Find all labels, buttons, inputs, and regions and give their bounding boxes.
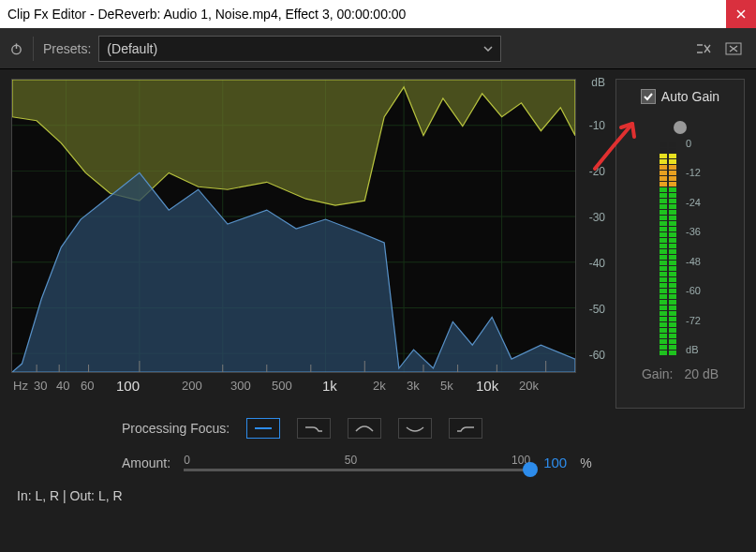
output-spectrum bbox=[12, 172, 575, 372]
focus-label: Processing Focus: bbox=[122, 421, 230, 436]
close-panel-button[interactable] bbox=[720, 37, 747, 60]
focus-highpass[interactable] bbox=[449, 418, 482, 439]
chevron-down-icon bbox=[483, 46, 493, 52]
spectrum-display[interactable]: dB -10 -20 -30 -40 -50 -60 bbox=[11, 79, 576, 373]
gain-panel: Auto Gain 0 -12 -24 -36 -48 -60 -72 dB G… bbox=[615, 79, 745, 409]
amount-slider[interactable] bbox=[184, 469, 530, 471]
x-box-icon bbox=[725, 42, 742, 55]
preset-dropdown[interactable]: (Default) bbox=[98, 36, 501, 62]
titlebar: Clip Fx Editor - DeReverb: Audio 1, Nois… bbox=[0, 0, 756, 28]
focus-bandpass[interactable] bbox=[348, 418, 381, 439]
amount-label: Amount: bbox=[122, 455, 170, 470]
toolbar: Presets: (Default) bbox=[0, 28, 756, 69]
focus-lowpass[interactable] bbox=[297, 418, 331, 439]
autogain-checkbox[interactable] bbox=[641, 89, 656, 104]
focus-flat[interactable] bbox=[246, 418, 280, 439]
preset-value: (Default) bbox=[107, 41, 157, 56]
db-scale: dB -10 -20 -30 -40 -50 -60 bbox=[577, 80, 605, 372]
power-toggle[interactable] bbox=[9, 37, 34, 61]
amount-value[interactable]: 100 bbox=[543, 455, 567, 470]
check-icon bbox=[643, 91, 654, 102]
io-info: In: L, R | Out: L, R bbox=[0, 471, 756, 503]
gain-label: Gain: bbox=[642, 366, 673, 381]
window-title: Clip Fx Editor - DeReverb: Audio 1, Nois… bbox=[7, 7, 726, 22]
input-spectrum bbox=[12, 80, 575, 205]
routing-icon bbox=[695, 42, 712, 55]
frequency-axis: Hz 30 40 60 100 200 300 500 1k 2k 3k 5k … bbox=[11, 373, 608, 397]
close-button[interactable] bbox=[726, 0, 756, 28]
level-meter: 0 -12 -24 -36 -48 -60 -72 dB bbox=[660, 138, 701, 355]
amount-unit: % bbox=[580, 455, 591, 470]
autogain-label: Auto Gain bbox=[661, 89, 719, 104]
presets-label: Presets: bbox=[43, 41, 91, 56]
focus-notch[interactable] bbox=[398, 418, 432, 439]
gain-knob[interactable] bbox=[674, 121, 687, 134]
gain-value[interactable]: 20 dB bbox=[684, 366, 719, 381]
close-icon bbox=[736, 9, 746, 19]
power-icon bbox=[9, 41, 23, 56]
channel-map-button[interactable] bbox=[690, 37, 717, 60]
